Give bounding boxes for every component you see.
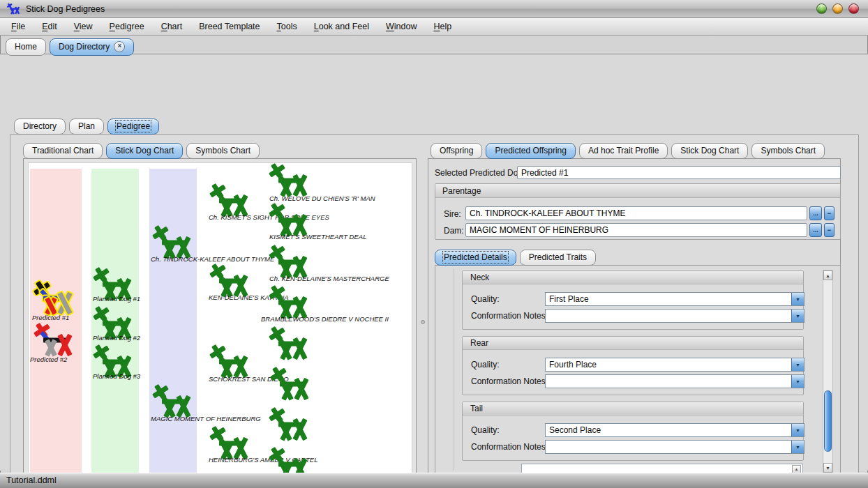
tab-label: Directory <box>23 121 57 131</box>
dog-magic-moment-of-heinerburg[interactable] <box>151 386 196 419</box>
scrollbar-thumb[interactable] <box>824 390 832 452</box>
menu-bar: FileEditViewPedigreeChartBreed TemplateT… <box>0 18 868 36</box>
conformation-notes-combobox[interactable]: ▼ <box>545 309 805 323</box>
sire-remove-button[interactable]: − <box>824 206 835 220</box>
scroll-down-button[interactable]: ▼ <box>823 463 832 473</box>
menu-pedigree[interactable]: Pedigree <box>101 20 153 33</box>
title-bar: Stick Dog Pedigrees <box>0 0 868 18</box>
dog-name-label: Ch. KEN-DELAINE'S MASTERCHARGE <box>269 275 389 282</box>
column-parent: Parent <box>149 169 197 488</box>
dam-field[interactable] <box>465 223 807 237</box>
chart-tab-stick-dog-chart[interactable]: Stick Dog Chart <box>106 143 183 159</box>
sire-field[interactable] <box>465 206 807 220</box>
quality-combobox[interactable]: First Place▼ <box>545 292 805 306</box>
sire-label: Sire: <box>444 209 461 219</box>
tab-label: Stick Dog Chart <box>680 146 739 155</box>
menu-tools[interactable]: Tools <box>269 20 306 33</box>
window-title: Stick Dog Pedigrees <box>26 4 105 14</box>
detail-tab-predicted-details[interactable]: Predicted Details <box>435 250 516 266</box>
chart-panel: PredictedOffspringParentCh. WELOVE DU CH… <box>23 158 417 488</box>
details-scrollbar[interactable]: ▲ ▼ <box>823 270 833 473</box>
quality-label: Quality: <box>471 425 500 435</box>
offspring-tab-predicted-offspring[interactable]: Predicted Offspring <box>486 143 576 159</box>
dropdown-arrow-icon[interactable]: ▼ <box>791 375 804 388</box>
selected-predicted-dog-field[interactable] <box>517 166 841 179</box>
dam-remove-button[interactable]: − <box>824 223 835 237</box>
tab-label: Predicted Details <box>444 252 507 262</box>
dropdown-arrow-icon[interactable]: ▼ <box>791 441 804 453</box>
view-tab-directory[interactable]: Directory <box>14 119 66 135</box>
dog-predicted-2[interactable] <box>33 324 77 358</box>
menu-look-and-feel[interactable]: Look and Feel <box>306 20 377 33</box>
tab-label: Dog Directory <box>59 42 110 52</box>
close-button[interactable] <box>848 3 859 14</box>
tab-label: Offspring <box>440 146 473 155</box>
quality-combobox[interactable]: Second Place▼ <box>545 423 805 437</box>
view-tab-plan[interactable]: Plan <box>69 119 104 135</box>
dropdown-arrow-icon[interactable]: ▼ <box>791 358 804 371</box>
tab-label: Predicted Traits <box>529 252 587 262</box>
menu-view[interactable]: View <box>66 20 101 33</box>
trait-group-title: Rear <box>463 337 803 350</box>
offspring-tab-symbols-chart[interactable]: Symbols Chart <box>751 143 825 159</box>
predicted-details-panel: NeckQuality:First Place▼Conformation Not… <box>435 265 841 474</box>
menu-file[interactable]: File <box>3 20 33 33</box>
dropdown-arrow-icon[interactable]: ▼ <box>791 424 804 436</box>
stick-dog-icon[interactable] <box>268 328 313 361</box>
dog-name-label: Planned Dog #3 <box>93 372 140 380</box>
dog-schokrest-san-diego[interactable] <box>209 346 253 379</box>
dog-name-label: KISMET'S SWEETHEART DEAL <box>269 233 366 241</box>
menu-breed-template[interactable]: Breed Template <box>190 20 268 33</box>
dog-name-label: Ch. TINDROCK-KALEEF ABOUT THYME <box>151 255 274 263</box>
view-tab-pedigree[interactable]: Pedigree <box>107 119 159 135</box>
doc-tab-home[interactable]: Home <box>6 38 46 56</box>
offspring-tab-ad-hoc-trait-profile[interactable]: Ad hoc Trait Profile <box>579 143 668 159</box>
dropdown-arrow-icon[interactable]: ▼ <box>791 310 804 322</box>
dropdown-arrow-icon[interactable]: ▼ <box>791 293 804 305</box>
application-window: { "window": { "title": "Stick Dog Pedigr… <box>0 0 868 488</box>
conformation-notes-combobox[interactable]: ▼ <box>545 374 805 388</box>
close-tab-icon[interactable]: × <box>114 41 125 52</box>
maximize-button[interactable] <box>832 3 843 14</box>
chart-tab-traditional-chart[interactable]: Traditional Chart <box>23 143 103 159</box>
menu-chart[interactable]: Chart <box>153 20 191 33</box>
menu-help[interactable]: Help <box>425 20 460 33</box>
doc-tab-dog-directory[interactable]: Dog Directory× <box>50 38 134 56</box>
trait-group-body: Quality:First Place▼Conformation Notes:▼ <box>463 284 803 329</box>
dog-predicted-1[interactable] <box>33 282 77 316</box>
menu-window[interactable]: Window <box>377 20 425 33</box>
status-bar: Tutorial.ddml <box>0 473 868 488</box>
offspring-tab-offspring[interactable]: Offspring <box>431 143 482 159</box>
chart-tab-bar: Traditional ChartStick Dog ChartSymbols … <box>23 143 260 159</box>
split-divider[interactable] <box>419 158 426 488</box>
dam-label: Dam: <box>444 226 464 236</box>
detail-tab-predicted-traits[interactable]: Predicted Traits <box>520 250 596 266</box>
detail-tab-bar: Predicted DetailsPredicted Traits <box>435 250 596 266</box>
conformation-notes-label: Conformation Notes: <box>471 311 548 321</box>
viewport-border <box>454 268 454 471</box>
quality-combobox[interactable]: Fourth Place▼ <box>545 358 805 372</box>
offspring-tab-stick-dog-chart[interactable]: Stick Dog Chart <box>671 143 748 159</box>
trait-group-body: Quality:Fourth Place▼Conformation Notes:… <box>463 350 803 395</box>
tab-label: Plan <box>78 121 95 131</box>
offspring-tab-bar: OffspringPredicted OffspringAd hoc Trait… <box>431 143 825 159</box>
parentage-group: Parentage Sire: ... − Dam: ... − <box>435 183 841 240</box>
dam-browse-button[interactable]: ... <box>809 223 822 237</box>
stick-dog-icon[interactable] <box>269 368 314 402</box>
menu-edit[interactable]: Edit <box>33 20 66 33</box>
content-shell: DirectoryPlanPedigree Traditional ChartS… <box>0 54 868 471</box>
dog-name-label: Planned Dog #1 <box>93 295 140 303</box>
stick-dog-icon[interactable] <box>268 409 313 442</box>
dog-name-label: Predicted #2 <box>30 356 67 363</box>
conformation-notes-combobox[interactable]: ▼ <box>545 440 805 454</box>
tab-label: Traditional Chart <box>32 146 93 155</box>
scroll-up-button[interactable]: ▲ <box>823 270 832 280</box>
combobox-value <box>546 441 791 453</box>
tab-label: Symbols Chart <box>195 146 250 155</box>
chart-tab-symbols-chart[interactable]: Symbols Chart <box>186 143 260 159</box>
dog-ch-welove-du-chien-s-r-man[interactable] <box>268 165 313 198</box>
sire-browse-button[interactable]: ... <box>809 206 822 220</box>
document-tab-bar: HomeDog Directory× <box>6 38 134 56</box>
minimize-button[interactable] <box>816 3 827 14</box>
combobox-value: First Place <box>546 293 791 305</box>
